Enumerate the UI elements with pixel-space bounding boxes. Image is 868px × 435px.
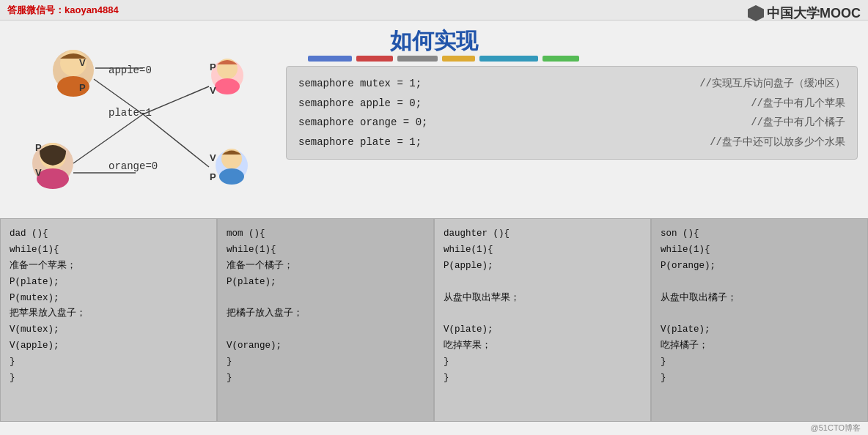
- svg-point-5: [215, 78, 240, 94]
- code-line: [661, 275, 858, 291]
- code-line: P(plate);: [10, 275, 207, 291]
- svg-text:orange=0: orange=0: [108, 160, 158, 172]
- watermark: @51CTO博客: [811, 423, 861, 434]
- color-segment: [308, 56, 352, 62]
- code-line: semaphore mutex = 1;//实现互斥访问盘子（缓冲区）: [298, 74, 845, 94]
- code-line: 把橘子放入盘子；: [227, 306, 424, 322]
- code-line: 吃掉苹果；: [444, 338, 641, 354]
- code-keyword: semaphore mutex = 1;: [298, 74, 422, 94]
- code-line: }: [227, 354, 424, 371]
- svg-line-15: [73, 114, 143, 163]
- code-panel-daughter: daughter (){ while(1){ P(apple); 从盘中取出苹果…: [434, 218, 651, 422]
- code-line: 把苹果放入盘子；: [10, 306, 207, 322]
- code-panels: dad (){ while(1){ 准备一个苹果； P(plate); P(mu…: [0, 218, 868, 422]
- svg-line-14: [143, 114, 209, 167]
- code-line: P(mutex);: [10, 291, 207, 307]
- code-panel-mom: mom (){ while(1){ 准备一个橘子； P(plate); 把橘子放…: [217, 218, 434, 422]
- code-line: dad (){: [10, 226, 207, 242]
- code-line: [227, 291, 424, 307]
- svg-text:P: P: [79, 82, 86, 93]
- svg-text:V: V: [35, 167, 42, 178]
- code-box: semaphore mutex = 1;//实现互斥访问盘子（缓冲区）semap…: [286, 66, 858, 160]
- code-line: semaphore orange = 0;//盘子中有几个橘子: [298, 113, 845, 133]
- code-line: }: [661, 354, 858, 371]
- code-line: mom (){: [227, 226, 424, 242]
- code-line: V(plate);: [661, 322, 858, 338]
- code-comment: //盘子中还可以放多少个水果: [710, 133, 845, 152]
- code-line: }: [10, 354, 207, 371]
- svg-text:V: V: [79, 57, 86, 68]
- code-line: 准备一个橘子；: [227, 259, 424, 275]
- color-segment: [356, 56, 393, 62]
- code-line: son (){: [661, 226, 858, 242]
- code-line: V(apple);: [10, 338, 207, 354]
- code-keyword: semaphore apple = 0;: [298, 94, 422, 114]
- svg-point-7: [219, 168, 244, 185]
- svg-text:apple=0: apple=0: [108, 64, 152, 76]
- code-line: }: [444, 371, 641, 387]
- code-line: V(orange);: [227, 338, 424, 354]
- top-bar: 答服微信号：kaoyan4884: [0, 0, 868, 21]
- code-line: 吃掉橘子；: [661, 338, 858, 354]
- code-line: V(mutex);: [10, 322, 207, 338]
- code-line: while(1){: [10, 242, 207, 259]
- code-line: P(orange);: [661, 259, 858, 275]
- color-segment: [542, 56, 579, 62]
- diagram: apple=0 plate=1 orange=0 V P P V P V V P: [0, 21, 279, 218]
- svg-text:P: P: [210, 62, 216, 72]
- code-line: }: [10, 371, 207, 387]
- code-line: P(apple);: [444, 259, 641, 275]
- code-line: }: [444, 354, 641, 371]
- code-comment: //盘子中有几个苹果: [751, 94, 845, 114]
- mooc-logo-icon: [748, 5, 764, 21]
- logo: 中国大学MOOC: [748, 4, 861, 22]
- code-panel-dad: dad (){ while(1){ 准备一个苹果； P(plate); P(mu…: [0, 218, 217, 422]
- code-line: daughter (){: [444, 226, 641, 242]
- svg-text:P: P: [35, 142, 42, 153]
- code-line: while(1){: [227, 242, 424, 259]
- svg-text:V: V: [210, 85, 216, 96]
- svg-text:P: P: [210, 171, 216, 182]
- svg-text:V: V: [210, 152, 216, 163]
- code-line: P(plate);: [227, 275, 424, 291]
- code-line: [444, 275, 641, 291]
- code-comment: //实现互斥访问盘子（缓冲区）: [699, 74, 845, 94]
- code-line: V(plate);: [444, 322, 641, 338]
- code-comment: //盘子中有几个橘子: [751, 113, 845, 133]
- code-line: while(1){: [661, 242, 858, 259]
- code-line: 从盘中取出橘子；: [661, 291, 858, 307]
- svg-line-13: [143, 86, 209, 114]
- code-line: 准备一个苹果；: [10, 259, 207, 275]
- code-line: 从盘中取出苹果；: [444, 291, 641, 307]
- color-bar: [308, 56, 579, 62]
- code-panel-son: son (){ while(1){ P(orange); 从盘中取出橘子； V(…: [651, 218, 868, 422]
- contact-info: 答服微信号：kaoyan4884: [7, 4, 119, 17]
- logo-text: 中国大学MOOC: [767, 4, 861, 22]
- color-segment: [397, 56, 438, 62]
- code-line: [227, 322, 424, 338]
- code-keyword: semaphore orange = 0;: [298, 113, 427, 133]
- code-line: }: [227, 371, 424, 387]
- code-line: while(1){: [444, 242, 641, 259]
- code-keyword: semaphore plate = 1;: [298, 133, 422, 152]
- code-line: semaphore apple = 0;//盘子中有几个苹果: [298, 94, 845, 114]
- code-line: semaphore plate = 1;//盘子中还可以放多少个水果: [298, 133, 845, 152]
- color-segment: [442, 56, 475, 62]
- code-line: [661, 306, 858, 322]
- color-segment: [479, 56, 538, 62]
- code-line: [444, 306, 641, 322]
- code-line: }: [661, 371, 858, 387]
